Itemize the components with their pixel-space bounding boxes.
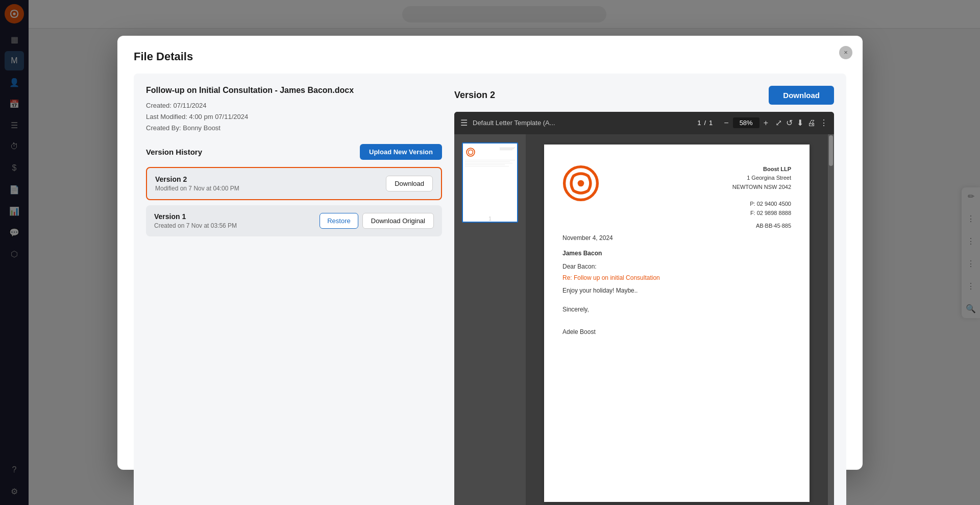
letter-re: Re: Follow up on initial Consultation: [562, 274, 791, 281]
pdf-zoom-controls: − 58% +: [722, 117, 770, 129]
letter-ref: AB·BB·45·885: [732, 222, 791, 231]
letter-recipient: James Bacon: [562, 250, 791, 257]
version-1-download-original-button[interactable]: Download Original: [362, 213, 434, 229]
letter-contact: P: 02 9400 4500 F: 02 9898 8888: [732, 200, 791, 218]
version-history-title: Version History: [146, 148, 202, 156]
version-1-actions: Restore Download Original: [320, 213, 434, 229]
modal-overlay: File Details × Follow-up on Initial Cons…: [0, 0, 980, 505]
version-2-info: Version 2 Modified on 7 Nov at 04:00 PM: [155, 175, 239, 192]
pdf-scrollbar[interactable]: [828, 134, 834, 506]
version-2-actions: Download: [386, 176, 433, 191]
pdf-toolbar: ☰ Default Letter Template (A... 1 / 1 − …: [454, 112, 834, 134]
right-panel: Version 2 Download ☰ Default Letter Temp…: [454, 86, 834, 506]
pdf-template-name: Default Letter Template (A...: [473, 119, 692, 127]
pdf-thumbnail-page-num: 1: [463, 215, 517, 222]
version-1-info: Version 1 Created on 7 Nov at 03:56 PM: [154, 212, 237, 229]
upload-new-version-button[interactable]: Upload New Version: [360, 144, 442, 160]
pdf-page-total: 1: [709, 119, 713, 127]
version-2-download-button[interactable]: Download: [386, 176, 433, 191]
version-2-label: Version 2: [155, 175, 239, 183]
letter-fax: F: 02 9898 8888: [732, 209, 791, 218]
letter-date: November 4, 2024: [562, 234, 791, 242]
left-panel: Follow-up on Initial Consultation - Jame…: [146, 86, 442, 506]
pdf-main-view: Boost LLP 1 Georgina Street NEWTOWN NSW …: [526, 134, 828, 506]
pdf-zoom-in-button[interactable]: +: [762, 117, 770, 129]
pdf-menu-icon[interactable]: ☰: [460, 118, 468, 128]
version-1-restore-button[interactable]: Restore: [320, 213, 358, 229]
version-item-1: Version 1 Created on 7 Nov at 03:56 PM R…: [146, 205, 442, 236]
pdf-print-icon[interactable]: 🖨: [807, 118, 816, 128]
pdf-download-icon[interactable]: ⬇: [797, 118, 803, 128]
letter-header-right: Boost LLP 1 Georgina Street NEWTOWN NSW …: [732, 165, 791, 231]
version-history-header: Version History Upload New Version: [146, 144, 442, 160]
pdf-thumbnail-1[interactable]: 1: [462, 142, 518, 223]
letter-body: Enjoy your holiday! Maybe..: [562, 285, 791, 296]
preview-version-label: Version 2: [454, 90, 495, 101]
pdf-thumbnails: 1: [454, 134, 526, 506]
modal-title: File Details: [134, 50, 846, 63]
pdf-content-area: 1: [454, 134, 834, 506]
letter-address1: 1 Georgina Street: [732, 174, 791, 183]
pdf-page-separator: /: [704, 119, 706, 127]
file-name: Follow-up on Initial Consultation - Jame…: [146, 86, 442, 95]
file-created: Created: 07/11/2024: [146, 100, 442, 111]
letter-company: Boost LLP: [732, 165, 791, 174]
version-2-date: Modified on 7 Nov at 04:00 PM: [155, 185, 239, 192]
letter-salutation: Dear Bacon:: [562, 263, 791, 270]
pdf-zoom-level: 58%: [733, 117, 760, 128]
preview-header: Version 2 Download: [454, 86, 834, 105]
pdf-expand-icon[interactable]: ⤢: [775, 118, 782, 128]
version-1-date: Created on 7 Nov at 03:56 PM: [154, 222, 237, 229]
letter-closing: Sincerely,: [562, 306, 791, 313]
version-item-2: Version 2 Modified on 7 Nov at 04:00 PM …: [146, 167, 442, 200]
modal-close-button[interactable]: ×: [839, 46, 852, 59]
pdf-actions: ⤢ ↺ ⬇ 🖨 ⋮: [775, 118, 828, 128]
pdf-page-current: 1: [697, 119, 701, 127]
pdf-page-controls: 1 / 1: [697, 119, 713, 127]
close-icon: ×: [844, 49, 848, 56]
file-meta: Created: 07/11/2024 Last Modified: 4:00 …: [146, 100, 442, 134]
file-created-by: Created By: Bonny Boost: [146, 123, 442, 134]
svg-point-4: [578, 180, 584, 186]
svg-point-2: [467, 148, 475, 156]
letter-phone: P: 02 9400 4500: [732, 200, 791, 209]
file-details-modal: File Details × Follow-up on Initial Cons…: [117, 36, 863, 470]
pdf-history-icon[interactable]: ↺: [786, 118, 793, 128]
pdf-zoom-out-button[interactable]: −: [722, 117, 730, 129]
version-1-label: Version 1: [154, 212, 237, 221]
pdf-page: Boost LLP 1 Georgina Street NEWTOWN NSW …: [544, 145, 810, 502]
pdf-viewer: ☰ Default Letter Template (A... 1 / 1 − …: [454, 112, 834, 506]
file-modified: Last Modified: 4:00 pm 07/11/2024: [146, 111, 442, 123]
modal-body: Follow-up on Initial Consultation - Jame…: [134, 74, 846, 506]
pdf-more-icon[interactable]: ⋮: [820, 118, 828, 128]
download-button[interactable]: Download: [769, 86, 834, 105]
letter-signatory: Adele Boost: [562, 328, 791, 335]
pdf-thumbnail-inner: [463, 143, 517, 214]
letter-address2: NEWTOWN NSW 2042: [732, 183, 791, 192]
